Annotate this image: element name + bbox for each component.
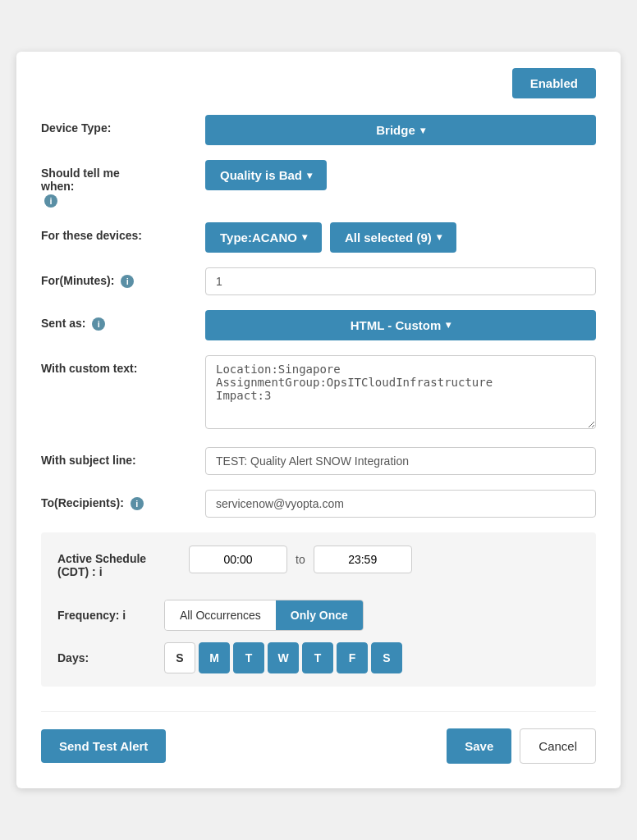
day-sunday-button[interactable]: S [164,642,195,673]
subject-line-control [205,447,596,475]
days-buttons: S M T W T F S [164,642,402,673]
send-test-alert-button[interactable]: Send Test Alert [41,729,166,763]
subject-line-row: With subject line: [41,447,596,475]
device-type-value: Bridge [376,123,415,137]
quality-control: Quality is Bad ▾ [205,160,596,190]
sent-as-row: Sent as: i HTML - Custom ▾ [41,310,596,340]
info-icon-sent-as[interactable]: i [92,317,105,331]
type-acano-value: Type:ACANO [220,231,297,244]
day-wednesday-button[interactable]: W [268,642,299,673]
top-bar: Enabled [41,68,596,98]
device-type-row: Device Type: Bridge ▾ [41,115,596,145]
frequency-buttons: All Occurrences Only Once [164,600,364,631]
days-row: Days: S M T W T F S [57,642,580,673]
frequency-only-once-button[interactable]: Only Once [276,600,363,630]
day-saturday-button[interactable]: S [371,642,402,673]
all-selected-dropdown[interactable]: All selected (9) ▾ [330,222,456,253]
info-icon-schedule[interactable]: i [99,565,103,578]
chevron-down-icon: ▾ [420,125,425,136]
sent-as-control: HTML - Custom ▾ [205,310,596,340]
recipients-row: To(Recipients): i [41,490,596,518]
schedule-start-input[interactable] [189,546,287,573]
info-icon-frequency[interactable]: i [122,609,126,622]
enabled-button[interactable]: Enabled [512,68,596,98]
type-acano-dropdown[interactable]: Type:ACANO ▾ [205,222,322,253]
frequency-row: Frequency: i All Occurrences Only Once [57,600,580,631]
quality-dropdown[interactable]: Quality is Bad ▾ [205,160,327,190]
custom-text-row: With custom text: Location:Singapore Ass… [41,355,596,432]
schedule-end-input[interactable] [314,546,412,573]
devices-row: Type:ACANO ▾ All selected (9) ▾ [205,222,596,253]
custom-text-label: With custom text: [41,355,205,375]
for-devices-control: Type:ACANO ▾ All selected (9) ▾ [205,222,596,253]
sent-as-label: Sent as: i [41,310,205,331]
chevron-down-icon: ▾ [446,319,451,331]
device-type-control: Bridge ▾ [205,115,596,145]
schedule-time-row: to [189,546,580,573]
recipients-control [205,490,596,518]
day-tuesday-button[interactable]: T [233,642,264,673]
all-selected-value: All selected (9) [345,231,432,244]
for-devices-row: For these devices: Type:ACANO ▾ All sele… [41,222,596,253]
bottom-right-buttons: Save Cancel [447,728,596,764]
subject-line-input[interactable] [205,447,596,475]
info-icon-recipients[interactable]: i [131,497,144,510]
should-tell-label: Should tell me when: i [41,160,205,207]
schedule-to-label: to [296,553,305,566]
subject-line-label: With subject line: [41,447,205,467]
device-type-dropdown[interactable]: Bridge ▾ [205,115,596,145]
sent-as-dropdown[interactable]: HTML - Custom ▾ [205,310,596,340]
for-devices-label: For these devices: [41,222,205,242]
info-icon-minutes[interactable]: i [121,275,134,288]
recipients-label: To(Recipients): i [41,490,205,510]
chevron-down-icon: ▾ [437,231,442,243]
for-minutes-input[interactable] [205,267,596,295]
for-minutes-control [205,267,596,295]
day-friday-button[interactable]: F [337,642,368,673]
alert-config-card: Enabled Device Type: Bridge ▾ Should tel… [16,52,621,788]
bottom-bar: Send Test Alert Save Cancel [41,711,596,764]
save-button[interactable]: Save [447,728,511,764]
chevron-down-icon: ▾ [302,231,307,243]
custom-text-input[interactable]: Location:Singapore AssignmentGroup:OpsIT… [205,355,596,429]
day-monday-button[interactable]: M [199,642,230,673]
chevron-down-icon: ▾ [307,170,312,181]
schedule-control: to [189,546,580,585]
info-icon-should-tell[interactable]: i [44,194,57,208]
should-tell-row: Should tell me when: i Quality is Bad ▾ [41,160,596,207]
custom-text-control: Location:Singapore AssignmentGroup:OpsIT… [205,355,596,432]
recipients-input[interactable] [205,490,596,518]
day-thursday-button[interactable]: T [302,642,333,673]
for-minutes-row: For(Minutes): i [41,267,596,295]
sent-as-value: HTML - Custom [351,318,442,332]
schedule-row: Active Schedule (CDT) : i to [57,546,580,585]
schedule-label: Active Schedule (CDT) : i [57,546,189,578]
schedule-section: Active Schedule (CDT) : i to Frequency: … [41,532,596,687]
cancel-button[interactable]: Cancel [520,728,596,764]
frequency-label: Frequency: i [57,609,164,622]
for-minutes-label: For(Minutes): i [41,267,205,288]
days-label: Days: [57,651,164,664]
frequency-all-occurrences-button[interactable]: All Occurrences [165,600,276,630]
device-type-label: Device Type: [41,115,205,135]
quality-value: Quality is Bad [220,168,302,182]
